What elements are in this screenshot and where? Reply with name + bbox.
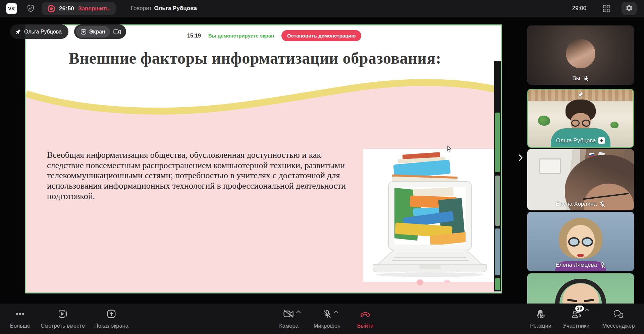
books-laptop-illustration: [363, 149, 496, 282]
watch-together-button[interactable]: Смотреть вместе: [36, 304, 90, 329]
participant-name: Елена Лямцева: [555, 262, 597, 268]
thumbnail: [495, 113, 500, 172]
settings-gear-icon: [625, 4, 633, 13]
cursor-arrow-icon: [447, 145, 452, 153]
screen-tab-label: Экран: [89, 29, 105, 35]
hangup-phone-icon: [360, 309, 370, 319]
stop-sharing-button[interactable]: Остановить демонстрацию: [281, 30, 361, 41]
finish-recording-button[interactable]: Завершить: [78, 5, 110, 12]
call-toolbar: Больше Смотреть вместе Показ экрана: [0, 304, 644, 334]
participant-tile-lyamtseva[interactable]: Елена Лямцева: [527, 212, 634, 271]
slide-body-text: Всеобщая информатизация общества, обусло…: [47, 150, 351, 201]
chevron-up-icon[interactable]: [585, 307, 589, 312]
participant-avatar-figure: [568, 237, 593, 247]
participants-button[interactable]: 39 Участники: [559, 304, 594, 329]
video-background: [610, 122, 619, 128]
camera-off-icon: [283, 309, 294, 319]
participant-name: Вы: [572, 75, 580, 82]
chevron-right-icon: [519, 154, 523, 162]
more-button[interactable]: Больше: [5, 304, 36, 329]
microphone-label: Микрофон: [314, 323, 340, 329]
recording-timer: 26:50: [59, 5, 74, 12]
screen-source-pill[interactable]: Экран: [74, 24, 126, 39]
presentation-slide: Внешние факторы информатизации образован…: [26, 25, 501, 292]
vk-logo-text: VK: [8, 6, 15, 11]
avatar: [566, 39, 595, 68]
mic-muted-icon: [599, 201, 605, 207]
shared-screen-sidebar-thumbnails: [494, 61, 501, 291]
microphone-button[interactable]: Микрофон: [309, 304, 345, 329]
video-background: [538, 116, 550, 126]
leave-call-label: Выйти: [357, 323, 374, 329]
present-screen-icon: [107, 309, 116, 319]
camera-label: Камера: [279, 323, 299, 329]
thumbnail: [495, 176, 500, 226]
camera-button[interactable]: Камера: [270, 304, 307, 329]
mic-muted-icon: [599, 262, 606, 268]
slide-dot-decoration: [444, 280, 450, 283]
topbar: VK 26:50 Завершить Говорит Ольга Рубцова…: [0, 0, 644, 17]
participant-name: Ольга Рубцова: [556, 137, 596, 144]
more-dots-icon: [16, 309, 24, 319]
participant-avatar-figure: [577, 254, 584, 257]
camera-source-icon[interactable]: [113, 29, 121, 35]
vk-call-window: VK 26:50 Завершить Говорит Ольга Рубцова…: [0, 0, 644, 334]
messenger-label: Мессенджер: [602, 323, 635, 329]
mic-off-icon: [323, 309, 332, 319]
settings-button[interactable]: [622, 2, 637, 15]
leave-call-button[interactable]: Выйти: [347, 304, 384, 329]
messenger-icon: [613, 309, 624, 319]
video-background: [539, 158, 561, 174]
participant-tile-you[interactable]: Вы: [527, 25, 634, 85]
slide-title: Внешние факторы информатизации образован…: [69, 49, 495, 67]
shield-check-icon[interactable]: [27, 4, 35, 14]
chevron-up-icon[interactable]: [296, 309, 301, 314]
present-screen-button[interactable]: Показ экрана: [90, 304, 133, 329]
messenger-button[interactable]: Мессенджер: [595, 304, 642, 329]
screen-tab[interactable]: Экран: [76, 26, 110, 38]
speaking-indicator: Говорит Ольга Рубцова: [131, 0, 197, 17]
shared-screen-clock: 15:19: [187, 33, 201, 39]
chevron-up-icon[interactable]: [334, 309, 338, 314]
grid-view-icon[interactable]: [603, 5, 610, 14]
participants-count-badge: 39: [575, 306, 584, 312]
speaking-name: Ольга Рубцова: [154, 5, 197, 12]
reactions-button[interactable]: Реакции: [524, 304, 557, 329]
watch-together-icon: [58, 309, 68, 319]
participants-label: Участники: [563, 323, 590, 329]
pinned-presenter-pill[interactable]: Ольга Рубцова: [10, 24, 68, 39]
participant-tile-partial[interactable]: [527, 273, 634, 304]
presenter-pill-name: Ольга Рубцова: [24, 29, 62, 35]
screen-share-view: Внешние факторы информатизации образован…: [25, 24, 502, 293]
pin-icon: [578, 92, 584, 97]
slide-wave-decoration: [26, 76, 495, 119]
speaking-prefix: Говорит: [131, 5, 152, 12]
participants-icon: 39: [571, 309, 581, 319]
record-dot-icon: [48, 5, 55, 12]
participants-sidebar: Вы Ольга Рубцова: [527, 25, 634, 304]
participant-name: Елена Хорлина: [556, 201, 597, 207]
share-status-bar: 15:19 Вы демонстрируете экран Остановить…: [187, 30, 361, 41]
present-screen-label: Показ экрана: [94, 323, 128, 329]
thumbnail: [495, 228, 500, 275]
collapse-sidebar-button[interactable]: [516, 153, 526, 163]
more-label: Больше: [10, 323, 30, 329]
reactions-label: Реакции: [530, 323, 551, 329]
participant-video-figure: [571, 120, 590, 126]
call-timer: 29:00: [572, 0, 586, 17]
stage-overlay-pills: Ольга Рубцова Экран: [10, 24, 126, 39]
participant-tile-olga[interactable]: Ольга Рубцова: [527, 89, 634, 148]
screen-share-icon: [80, 29, 87, 35]
vk-logo[interactable]: VK: [6, 3, 17, 14]
watch-together-label: Смотреть вместе: [41, 323, 85, 329]
share-status-text: Вы демонстрируете экран: [208, 33, 274, 39]
reactions-hand-icon: [536, 309, 545, 319]
stage: Внешние факторы информатизации образован…: [0, 17, 644, 304]
pin-icon: [15, 29, 21, 35]
participant-tile-horlina[interactable]: Елена Хорлина: [527, 149, 634, 210]
recording-pill: 26:50 Завершить: [42, 2, 116, 15]
sharing-screen-badge-icon: [598, 137, 605, 144]
thumbnail: [495, 278, 500, 290]
slide-dot-decoration: [417, 279, 423, 285]
mic-muted-icon: [583, 75, 589, 82]
